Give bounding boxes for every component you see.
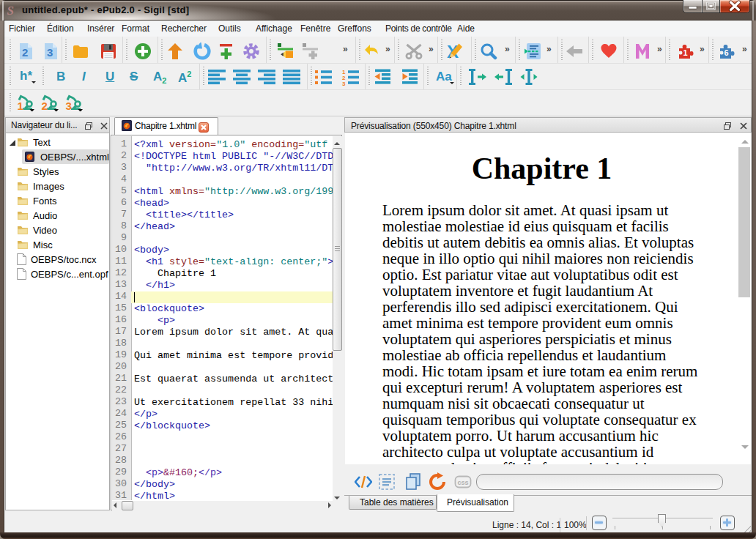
svg-text:2: 2 bbox=[22, 46, 28, 59]
svg-text:1: 1 bbox=[18, 100, 23, 111]
svg-text:2: 2 bbox=[42, 100, 48, 111]
svg-text:3: 3 bbox=[342, 81, 346, 86]
svg-text:1: 1 bbox=[683, 48, 688, 57]
svg-text:3: 3 bbox=[47, 46, 53, 59]
svg-text:css: css bbox=[458, 479, 469, 486]
svg-text:3: 3 bbox=[66, 100, 72, 111]
svg-text:6: 6 bbox=[724, 48, 729, 57]
svg-text:S: S bbox=[7, 4, 14, 16]
